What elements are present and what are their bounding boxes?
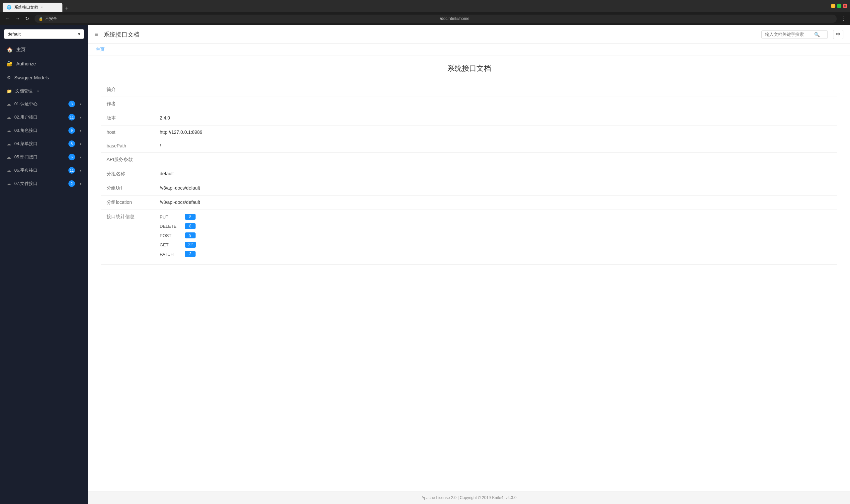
- content-area: 系统接口文档 简介 作者 版本 2.4.0 host http://127.0.…: [88, 55, 850, 491]
- stat-badge-put: 8: [185, 214, 196, 220]
- chevron-06-icon: ▾: [80, 169, 82, 172]
- field-label-stats: 接口统计信息: [101, 210, 155, 265]
- field-label-group-location: 分组location: [101, 196, 155, 210]
- cloud-icon-05: ☁: [7, 155, 11, 160]
- group-selector-value: default: [7, 32, 21, 37]
- authorize-icon: 🔐: [7, 61, 13, 67]
- sidebar-group-06[interactable]: ☁ 06.字典接口 11 ▾: [0, 164, 88, 177]
- stat-label-post: POST: [160, 233, 180, 238]
- sidebar-group-05[interactable]: ☁ 05.部门接口 6 ▾: [0, 150, 88, 164]
- sidebar-item-authorize[interactable]: 🔐 Authorize: [0, 57, 88, 71]
- main-area: ≡ 系统接口文档 🔍 中 主页 系统接口文档 简介 作者: [88, 25, 850, 504]
- close-button[interactable]: ×: [843, 4, 847, 8]
- cloud-icon-02: ☁: [7, 115, 11, 120]
- search-input[interactable]: [765, 32, 812, 37]
- sidebar-group-05-badge: 6: [68, 154, 75, 160]
- stat-label-patch: PATCH: [160, 252, 180, 257]
- address-bar: ← → ↻ 🔒 不安全 /doc.html#/home ⋮: [0, 12, 850, 25]
- breadcrumb-home[interactable]: 主页: [96, 47, 105, 52]
- window-controls: — □ ×: [831, 4, 847, 8]
- back-button[interactable]: ←: [4, 15, 11, 22]
- stat-row-delete: DELETE 8: [160, 223, 831, 229]
- security-icon: 🔒: [38, 17, 43, 21]
- sidebar-group-07[interactable]: ☁ 07.文件接口 2 ▾: [0, 177, 88, 190]
- reload-button[interactable]: ↻: [24, 15, 31, 22]
- cloud-icon-04: ☁: [7, 141, 11, 146]
- minimize-button[interactable]: —: [831, 4, 835, 8]
- sidebar-group-05-label: 05.部门接口: [14, 154, 37, 160]
- sidebar-authorize-label: Authorize: [16, 61, 36, 67]
- active-tab[interactable]: 🌐 系统接口文档 ×: [3, 3, 62, 12]
- stat-label-get: GET: [160, 242, 180, 247]
- sidebar-docs-management[interactable]: 📁 文档管理 ▾: [0, 85, 88, 97]
- stat-row-get: GET 22: [160, 242, 831, 248]
- search-bar[interactable]: 🔍: [761, 30, 828, 39]
- field-label-group-url: 分组Url: [101, 181, 155, 196]
- sidebar-home-label: 主页: [16, 47, 25, 53]
- browser-tabs: 🌐 系统接口文档 × +: [3, 0, 828, 12]
- cloud-icon-07: ☁: [7, 181, 11, 186]
- table-row: 分组Url /v3/api-docs/default: [101, 181, 837, 196]
- field-label-host: host: [101, 126, 155, 139]
- field-value-api-terms: [155, 153, 837, 167]
- info-table: 简介 作者 版本 2.4.0 host http://127.0.0.1:898…: [101, 83, 837, 265]
- browser-action-buttons: ⋮: [841, 16, 846, 22]
- sidebar-group-04-label: 04.菜单接口: [14, 141, 37, 147]
- sidebar-group-01[interactable]: ☁ 01.认证中心 3 ▾: [0, 97, 88, 111]
- field-value-group-name: default: [155, 167, 837, 181]
- footer: Apache License 2.0 | Copyright © 2019-Kn…: [88, 491, 850, 504]
- sidebar-item-swagger-models[interactable]: ⚙ Swagger Models: [0, 71, 88, 85]
- table-row-stats: 接口统计信息 PUT 8 DELETE 8 POST 9: [101, 210, 837, 265]
- group-selector-arrow: ▾: [78, 32, 80, 37]
- search-icon[interactable]: 🔍: [814, 32, 820, 37]
- field-value-basepath: /: [155, 139, 837, 153]
- new-tab-button[interactable]: +: [62, 5, 71, 12]
- maximize-button[interactable]: □: [837, 4, 842, 8]
- stat-row-put: PUT 8: [160, 214, 831, 220]
- table-row: basePath /: [101, 139, 837, 153]
- cloud-icon-06: ☁: [7, 168, 11, 173]
- address-input-wrapper[interactable]: 🔒 不安全 /doc.html#/home: [35, 15, 837, 23]
- address-insecure: 不安全: [45, 16, 438, 22]
- tab-close-btn[interactable]: ×: [41, 5, 43, 9]
- sidebar-group-03-badge: 9: [68, 127, 75, 134]
- stat-badge-patch: 3: [185, 251, 196, 257]
- sidebar-toggle-button[interactable]: ≡: [95, 31, 98, 38]
- chevron-07-icon: ▾: [80, 182, 82, 185]
- chevron-01-icon: ▾: [80, 102, 82, 106]
- field-label-intro: 简介: [101, 83, 155, 97]
- sidebar-group-04-badge: 8: [68, 141, 75, 147]
- sidebar: default ▾ 🏠 主页 🔐 Authorize ⚙ Swagger Mod…: [0, 25, 88, 504]
- table-row: host http://127.0.0.1:8989: [101, 126, 837, 139]
- stat-label-delete: DELETE: [160, 224, 180, 229]
- stat-badge-post: 9: [185, 232, 196, 238]
- language-button[interactable]: 中: [833, 30, 843, 39]
- docs-chevron-icon: ▾: [37, 89, 39, 93]
- table-row: 分组location /v3/api-docs/default: [101, 196, 837, 210]
- chevron-03-icon: ▾: [80, 129, 82, 132]
- browser-menu-button[interactable]: ⋮: [841, 16, 846, 22]
- sidebar-group-03[interactable]: ☁ 03.角色接口 9 ▾: [0, 124, 88, 137]
- field-value-host: http://127.0.0.1:8989: [155, 126, 837, 139]
- cloud-icon-01: ☁: [7, 102, 11, 107]
- field-label-version: 版本: [101, 111, 155, 126]
- sidebar-group-06-badge: 11: [68, 167, 75, 174]
- field-label-author: 作者: [101, 97, 155, 111]
- table-row: 分组名称 default: [101, 167, 837, 181]
- docs-icon: 📁: [7, 89, 12, 94]
- field-value-intro: [155, 83, 837, 97]
- forward-button[interactable]: →: [14, 15, 21, 22]
- sidebar-group-07-label: 07.文件接口: [14, 181, 37, 186]
- group-selector[interactable]: default ▾: [4, 29, 84, 39]
- sidebar-group-04[interactable]: ☁ 04.菜单接口 8 ▾: [0, 137, 88, 150]
- chevron-05-icon: ▾: [80, 156, 82, 159]
- sidebar-group-02[interactable]: ☁ 02.用户接口 11 ▾: [0, 111, 88, 124]
- sidebar-docs-label: 文档管理: [15, 88, 33, 94]
- sidebar-item-home[interactable]: 🏠 主页: [0, 43, 88, 57]
- stat-badge-get: 22: [185, 242, 196, 248]
- sidebar-group-02-badge: 11: [68, 114, 75, 121]
- breadcrumb: 主页: [88, 44, 850, 55]
- sidebar-group-03-label: 03.角色接口: [14, 127, 37, 133]
- sidebar-group-01-label: 01.认证中心: [14, 101, 37, 107]
- cloud-icon-03: ☁: [7, 128, 11, 133]
